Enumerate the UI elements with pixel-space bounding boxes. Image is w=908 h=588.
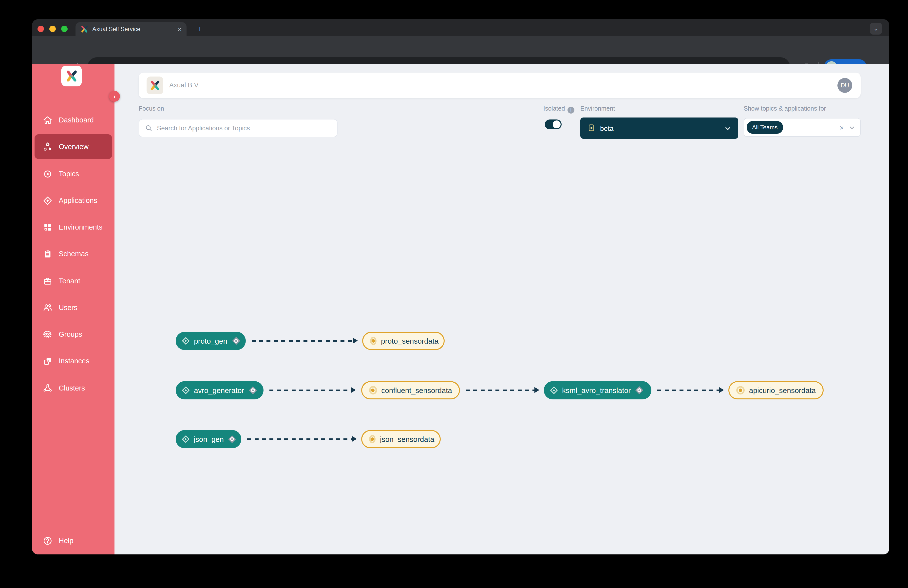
- flow-edge: [252, 340, 353, 342]
- application-icon: [182, 435, 190, 443]
- sidebar-item-dashboard[interactable]: Dashboard: [32, 109, 114, 131]
- sidebar-item-label: Schemas: [59, 250, 89, 258]
- sidebar-item-label: Help: [59, 536, 74, 545]
- sidebar: ‹ Dashboard: [32, 64, 114, 554]
- node-label: json_gen: [194, 435, 224, 443]
- sidebar-item-help[interactable]: Help: [32, 530, 114, 551]
- schemas-icon: [42, 248, 53, 259]
- application-type-badge: [231, 336, 241, 346]
- topic-icon: [736, 386, 745, 395]
- new-tab-button[interactable]: +: [193, 23, 206, 35]
- topic-icon: [369, 386, 377, 395]
- sidebar-item-tenant[interactable]: Tenant: [32, 270, 114, 292]
- flow-node-topic[interactable]: confluent_sensordata: [361, 381, 460, 400]
- node-label: json_sensordata: [380, 435, 434, 443]
- help-icon: [42, 535, 53, 546]
- app-content: ‹ Dashboard: [32, 64, 889, 554]
- flow-node-topic[interactable]: proto_sensordata: [362, 332, 444, 350]
- sidebar-item-clusters[interactable]: Clusters: [32, 377, 114, 399]
- sidebar-item-applications[interactable]: Applications: [32, 190, 114, 211]
- browser-toolbar: platform.local/governance/overview Work …: [32, 36, 889, 64]
- flow-edge: [269, 390, 351, 391]
- application-type-badge: [248, 386, 258, 395]
- application-icon: [42, 195, 53, 206]
- application-icon: [550, 386, 558, 395]
- org-header-bar: Axual B.V. DU: [138, 72, 861, 98]
- flow-node-application[interactable]: proto_gen: [175, 332, 246, 350]
- sidebar-item-label: Environments: [59, 223, 102, 231]
- sidebar-item-label: Users: [59, 304, 77, 311]
- sidebar-item-label: Groups: [59, 330, 82, 338]
- toggle-knob: [553, 121, 560, 128]
- sidebar-item-label: Applications: [59, 197, 97, 205]
- clear-icon[interactable]: ×: [839, 123, 844, 132]
- user-avatar[interactable]: DU: [837, 78, 852, 93]
- chevron-down-icon[interactable]: [849, 124, 855, 130]
- application-type-badge: [634, 386, 644, 395]
- instances-icon: [42, 356, 53, 366]
- sidebar-item-groups[interactable]: Groups: [32, 323, 114, 345]
- axual-logo: [61, 66, 82, 86]
- screen: Axual Self Service × + ⌄: [0, 0, 908, 588]
- sidebar-item-label: Topics: [59, 170, 79, 178]
- teams-multiselect[interactable]: All Teams ×: [744, 118, 861, 137]
- groups-icon: [42, 329, 53, 340]
- focus-search[interactable]: [138, 119, 338, 137]
- sidebar-item-label: Instances: [59, 357, 89, 365]
- teams-label: Show topics & applications for: [744, 105, 826, 112]
- flow-edge: [657, 390, 719, 391]
- window-maximize-button[interactable]: [61, 26, 68, 32]
- node-label: proto_sensordata: [381, 337, 439, 345]
- tab-title: Axual Self Service: [92, 26, 178, 32]
- home-icon: [42, 114, 53, 126]
- axual-favicon: [80, 25, 89, 33]
- window-close-button[interactable]: [37, 26, 44, 32]
- sidebar-item-environments[interactable]: Environments: [32, 216, 114, 238]
- node-label: apicurio_sensordata: [749, 386, 816, 395]
- application-icon: [182, 337, 190, 345]
- flow-node-topic[interactable]: json_sensordata: [361, 430, 441, 448]
- isolated-toggle[interactable]: [545, 119, 562, 129]
- tab-strip: Axual Self Service × + ⌄: [32, 19, 889, 36]
- flow-node-topic[interactable]: apicurio_sensordata: [728, 381, 824, 400]
- node-label: proto_gen: [194, 337, 227, 345]
- org-name: Axual B.V.: [169, 81, 200, 89]
- info-icon[interactable]: i: [568, 106, 575, 114]
- environment-value: beta: [600, 124, 724, 132]
- node-label: ksml_avro_translator: [562, 386, 631, 395]
- flow-edge: [466, 390, 534, 391]
- sidebar-item-overview[interactable]: Overview: [35, 134, 112, 159]
- topic-icon: [369, 435, 375, 443]
- sidebar-item-label: Overview: [59, 143, 89, 151]
- tab-search-icon[interactable]: ⌄: [870, 23, 882, 35]
- sidebar-item-users[interactable]: Users: [32, 297, 114, 319]
- focus-label: Focus on: [138, 105, 164, 112]
- sidebar-collapse-button[interactable]: ‹: [109, 91, 120, 102]
- node-label: avro_generator: [194, 386, 244, 395]
- overview-icon: [42, 141, 53, 152]
- window-minimize-button[interactable]: [49, 26, 56, 32]
- environment-select[interactable]: beta: [580, 118, 738, 139]
- tenant-icon: [42, 275, 53, 286]
- isolated-label: Isolatedi: [543, 105, 575, 114]
- sidebar-item-schemas[interactable]: Schemas: [32, 243, 114, 265]
- application-type-badge: [228, 435, 237, 444]
- environment-label: Environment: [580, 105, 615, 112]
- sidebar-item-instances[interactable]: Instances: [32, 350, 114, 372]
- users-icon: [42, 302, 53, 313]
- flow-node-application[interactable]: avro_generator: [175, 381, 264, 400]
- sidebar-item-topics[interactable]: Topics: [32, 163, 114, 185]
- search-icon: [145, 124, 153, 132]
- application-icon: [182, 386, 190, 395]
- environments-icon: [42, 222, 53, 232]
- topic-icon: [42, 168, 53, 179]
- flow-node-application[interactable]: json_gen: [175, 430, 241, 448]
- browser-tab[interactable]: Axual Self Service ×: [76, 22, 187, 36]
- sidebar-item-label: Clusters: [59, 384, 85, 392]
- node-label: confluent_sensordata: [381, 386, 452, 395]
- environment-icon: [587, 123, 596, 133]
- tab-close-icon[interactable]: ×: [178, 25, 182, 33]
- sidebar-item-label: Tenant: [59, 277, 80, 285]
- search-input[interactable]: [157, 124, 331, 132]
- flow-node-application[interactable]: ksml_avro_translator: [544, 381, 651, 400]
